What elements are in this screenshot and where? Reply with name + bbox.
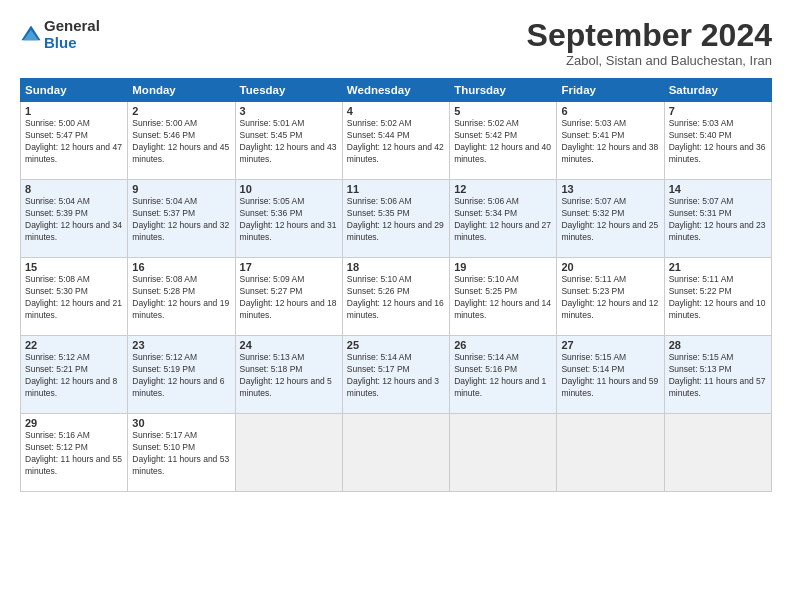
day-info: Sunrise: 5:04 AMSunset: 5:39 PMDaylight:…	[25, 196, 123, 244]
day-info: Sunrise: 5:12 AMSunset: 5:21 PMDaylight:…	[25, 352, 123, 400]
day-number: 16	[132, 261, 230, 273]
calendar: SundayMondayTuesdayWednesdayThursdayFrid…	[20, 78, 772, 492]
day-number: 25	[347, 339, 445, 351]
table-row: 18Sunrise: 5:10 AMSunset: 5:26 PMDayligh…	[342, 258, 449, 336]
table-row: 3Sunrise: 5:01 AMSunset: 5:45 PMDaylight…	[235, 102, 342, 180]
day-number: 2	[132, 105, 230, 117]
day-info: Sunrise: 5:15 AMSunset: 5:14 PMDaylight:…	[561, 352, 659, 400]
day-info: Sunrise: 5:12 AMSunset: 5:19 PMDaylight:…	[132, 352, 230, 400]
day-number: 19	[454, 261, 552, 273]
day-number: 22	[25, 339, 123, 351]
table-row	[450, 414, 557, 492]
table-row: 2Sunrise: 5:00 AMSunset: 5:46 PMDaylight…	[128, 102, 235, 180]
day-info: Sunrise: 5:06 AMSunset: 5:34 PMDaylight:…	[454, 196, 552, 244]
header-friday: Friday	[557, 79, 664, 102]
day-info: Sunrise: 5:05 AMSunset: 5:36 PMDaylight:…	[240, 196, 338, 244]
header-wednesday: Wednesday	[342, 79, 449, 102]
day-number: 24	[240, 339, 338, 351]
table-row: 4Sunrise: 5:02 AMSunset: 5:44 PMDaylight…	[342, 102, 449, 180]
table-row	[664, 414, 771, 492]
day-number: 6	[561, 105, 659, 117]
table-row: 8Sunrise: 5:04 AMSunset: 5:39 PMDaylight…	[21, 180, 128, 258]
header-saturday: Saturday	[664, 79, 771, 102]
table-row: 30Sunrise: 5:17 AMSunset: 5:10 PMDayligh…	[128, 414, 235, 492]
title-area: September 2024 Zabol, Sistan and Baluche…	[527, 18, 772, 68]
week-row: 29Sunrise: 5:16 AMSunset: 5:12 PMDayligh…	[21, 414, 772, 492]
day-number: 30	[132, 417, 230, 429]
table-row: 25Sunrise: 5:14 AMSunset: 5:17 PMDayligh…	[342, 336, 449, 414]
day-number: 8	[25, 183, 123, 195]
day-number: 10	[240, 183, 338, 195]
table-row: 15Sunrise: 5:08 AMSunset: 5:30 PMDayligh…	[21, 258, 128, 336]
day-number: 1	[25, 105, 123, 117]
day-info: Sunrise: 5:17 AMSunset: 5:10 PMDaylight:…	[132, 430, 230, 478]
table-row	[342, 414, 449, 492]
day-info: Sunrise: 5:06 AMSunset: 5:35 PMDaylight:…	[347, 196, 445, 244]
day-info: Sunrise: 5:08 AMSunset: 5:28 PMDaylight:…	[132, 274, 230, 322]
table-row: 27Sunrise: 5:15 AMSunset: 5:14 PMDayligh…	[557, 336, 664, 414]
subtitle: Zabol, Sistan and Baluchestan, Iran	[527, 53, 772, 68]
day-number: 4	[347, 105, 445, 117]
day-info: Sunrise: 5:15 AMSunset: 5:13 PMDaylight:…	[669, 352, 767, 400]
table-row: 17Sunrise: 5:09 AMSunset: 5:27 PMDayligh…	[235, 258, 342, 336]
logo-icon	[20, 24, 42, 46]
table-row: 24Sunrise: 5:13 AMSunset: 5:18 PMDayligh…	[235, 336, 342, 414]
day-number: 23	[132, 339, 230, 351]
table-row: 11Sunrise: 5:06 AMSunset: 5:35 PMDayligh…	[342, 180, 449, 258]
day-number: 14	[669, 183, 767, 195]
logo-blue: Blue	[44, 35, 100, 52]
day-info: Sunrise: 5:07 AMSunset: 5:32 PMDaylight:…	[561, 196, 659, 244]
header-tuesday: Tuesday	[235, 79, 342, 102]
table-row: 28Sunrise: 5:15 AMSunset: 5:13 PMDayligh…	[664, 336, 771, 414]
day-number: 7	[669, 105, 767, 117]
table-row: 23Sunrise: 5:12 AMSunset: 5:19 PMDayligh…	[128, 336, 235, 414]
day-info: Sunrise: 5:14 AMSunset: 5:17 PMDaylight:…	[347, 352, 445, 400]
day-number: 29	[25, 417, 123, 429]
day-number: 12	[454, 183, 552, 195]
day-info: Sunrise: 5:11 AMSunset: 5:23 PMDaylight:…	[561, 274, 659, 322]
day-number: 9	[132, 183, 230, 195]
day-number: 26	[454, 339, 552, 351]
day-info: Sunrise: 5:09 AMSunset: 5:27 PMDaylight:…	[240, 274, 338, 322]
day-number: 3	[240, 105, 338, 117]
day-info: Sunrise: 5:02 AMSunset: 5:44 PMDaylight:…	[347, 118, 445, 166]
day-number: 21	[669, 261, 767, 273]
logo: General Blue	[20, 18, 100, 51]
table-row: 22Sunrise: 5:12 AMSunset: 5:21 PMDayligh…	[21, 336, 128, 414]
table-row: 16Sunrise: 5:08 AMSunset: 5:28 PMDayligh…	[128, 258, 235, 336]
day-info: Sunrise: 5:11 AMSunset: 5:22 PMDaylight:…	[669, 274, 767, 322]
day-info: Sunrise: 5:08 AMSunset: 5:30 PMDaylight:…	[25, 274, 123, 322]
day-number: 18	[347, 261, 445, 273]
table-row: 26Sunrise: 5:14 AMSunset: 5:16 PMDayligh…	[450, 336, 557, 414]
table-row: 14Sunrise: 5:07 AMSunset: 5:31 PMDayligh…	[664, 180, 771, 258]
month-title: September 2024	[527, 18, 772, 53]
table-row: 21Sunrise: 5:11 AMSunset: 5:22 PMDayligh…	[664, 258, 771, 336]
week-row: 22Sunrise: 5:12 AMSunset: 5:21 PMDayligh…	[21, 336, 772, 414]
table-row: 5Sunrise: 5:02 AMSunset: 5:42 PMDaylight…	[450, 102, 557, 180]
table-row: 7Sunrise: 5:03 AMSunset: 5:40 PMDaylight…	[664, 102, 771, 180]
day-info: Sunrise: 5:04 AMSunset: 5:37 PMDaylight:…	[132, 196, 230, 244]
table-row	[557, 414, 664, 492]
day-info: Sunrise: 5:10 AMSunset: 5:26 PMDaylight:…	[347, 274, 445, 322]
table-row: 9Sunrise: 5:04 AMSunset: 5:37 PMDaylight…	[128, 180, 235, 258]
table-row: 19Sunrise: 5:10 AMSunset: 5:25 PMDayligh…	[450, 258, 557, 336]
day-info: Sunrise: 5:16 AMSunset: 5:12 PMDaylight:…	[25, 430, 123, 478]
day-number: 17	[240, 261, 338, 273]
day-info: Sunrise: 5:13 AMSunset: 5:18 PMDaylight:…	[240, 352, 338, 400]
day-info: Sunrise: 5:07 AMSunset: 5:31 PMDaylight:…	[669, 196, 767, 244]
day-number: 13	[561, 183, 659, 195]
day-info: Sunrise: 5:10 AMSunset: 5:25 PMDaylight:…	[454, 274, 552, 322]
table-row	[235, 414, 342, 492]
day-number: 27	[561, 339, 659, 351]
day-number: 28	[669, 339, 767, 351]
table-row: 1Sunrise: 5:00 AMSunset: 5:47 PMDaylight…	[21, 102, 128, 180]
day-number: 5	[454, 105, 552, 117]
day-info: Sunrise: 5:02 AMSunset: 5:42 PMDaylight:…	[454, 118, 552, 166]
day-info: Sunrise: 5:14 AMSunset: 5:16 PMDaylight:…	[454, 352, 552, 400]
week-row: 15Sunrise: 5:08 AMSunset: 5:30 PMDayligh…	[21, 258, 772, 336]
week-row: 8Sunrise: 5:04 AMSunset: 5:39 PMDaylight…	[21, 180, 772, 258]
table-row: 6Sunrise: 5:03 AMSunset: 5:41 PMDaylight…	[557, 102, 664, 180]
day-number: 15	[25, 261, 123, 273]
table-row: 29Sunrise: 5:16 AMSunset: 5:12 PMDayligh…	[21, 414, 128, 492]
day-info: Sunrise: 5:03 AMSunset: 5:41 PMDaylight:…	[561, 118, 659, 166]
